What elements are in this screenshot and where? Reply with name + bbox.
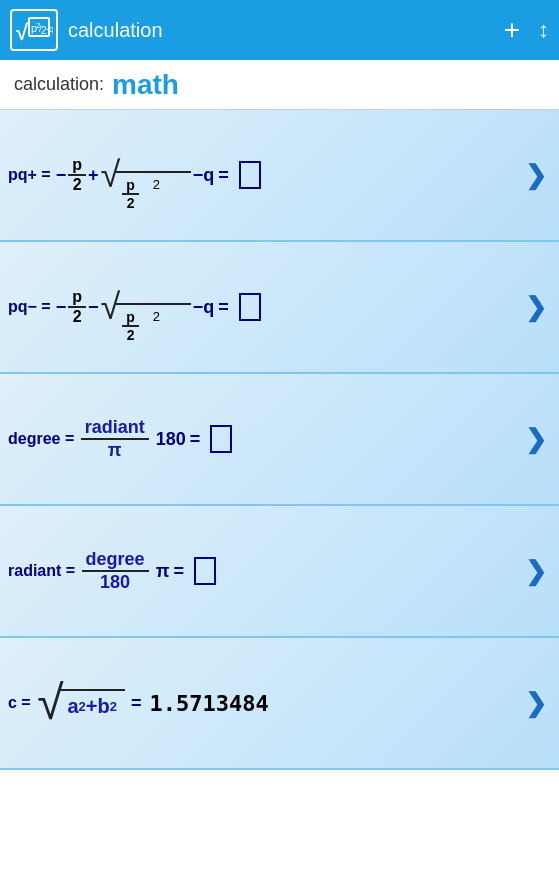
radiant-arrow[interactable]: ❯ <box>525 556 547 587</box>
formula-pq-minus: pq− = − p 2 − √ 2 p 2 −q = <box>8 288 515 326</box>
radiant-result <box>194 557 216 585</box>
add-button[interactable]: + <box>504 16 520 44</box>
pq-plus-frac-p: p 2 <box>68 156 86 194</box>
calculation-bar: calculation: math <box>0 60 559 110</box>
pq-plus-label: pq+ = <box>8 166 51 184</box>
header-title: calculation <box>68 19 504 42</box>
formula-degree: degree = radiant π 180 = <box>8 417 515 461</box>
radiant-frac: degree 180 <box>82 549 149 593</box>
card-pq-minus[interactable]: pq− = − p 2 − √ 2 p 2 −q = <box>0 242 559 374</box>
pq-minus-label: pq− = <box>8 298 51 316</box>
formula-radiant: radiant = degree 180 π = <box>8 549 515 593</box>
sort-button[interactable]: ↕ <box>538 17 549 43</box>
pq-minus-result <box>239 293 261 321</box>
pythagorean-arrow[interactable]: ❯ <box>525 688 547 719</box>
app-header: √ p 2 / 2 -q calculation + ↕ <box>0 0 559 60</box>
pq-plus-negative: − <box>51 165 67 186</box>
card-pythagorean[interactable]: c = √ a2+b2 = 1.5713484 ❯ <box>0 638 559 770</box>
pq-minus-frac-p: p 2 <box>68 288 86 326</box>
svg-text:√: √ <box>16 20 29 45</box>
pythagorean-label: c = <box>8 694 31 712</box>
formula-pq-plus: pq+ = − p 2 + √ 2 p 2 −q = <box>8 156 515 194</box>
degree-arrow[interactable]: ❯ <box>525 424 547 455</box>
card-degree[interactable]: degree = radiant π 180 = ❯ <box>0 374 559 506</box>
degree-frac: radiant π <box>81 417 149 461</box>
degree-result <box>210 425 232 453</box>
pq-minus-radical: √ 2 p 2 <box>101 289 191 325</box>
card-radiant[interactable]: radiant = degree 180 π = ❯ <box>0 506 559 638</box>
calculation-label: calculation: <box>14 74 104 95</box>
app-icon: √ p 2 / 2 -q <box>10 9 58 51</box>
formula-pythagorean: c = √ a2+b2 = 1.5713484 <box>8 679 515 727</box>
pq-minus-arrow[interactable]: ❯ <box>525 292 547 323</box>
pythagorean-result: 1.5713484 <box>150 691 269 716</box>
pythagorean-radical: √ a2+b2 <box>37 679 125 727</box>
pq-plus-radical: √ 2 p 2 <box>101 157 191 193</box>
card-pq-plus[interactable]: pq+ = − p 2 + √ 2 p 2 −q = <box>0 110 559 242</box>
pq-plus-result <box>239 161 261 189</box>
svg-text:-q: -q <box>46 24 53 34</box>
radiant-label: radiant = <box>8 562 75 580</box>
calculation-value: math <box>112 69 179 101</box>
degree-label: degree = <box>8 430 74 448</box>
pq-plus-arrow[interactable]: ❯ <box>525 160 547 191</box>
